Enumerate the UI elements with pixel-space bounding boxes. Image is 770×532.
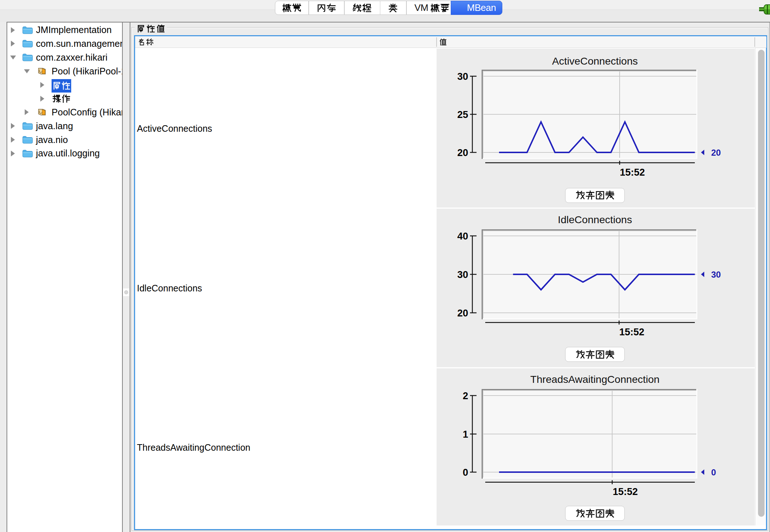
svg-text:15:52: 15:52	[620, 167, 645, 178]
svg-text:0: 0	[463, 467, 468, 478]
svg-text:IdleConnections: IdleConnections	[558, 214, 632, 225]
svg-text:30: 30	[711, 270, 721, 279]
svg-text:0: 0	[711, 467, 716, 477]
svg-text:25: 25	[457, 109, 468, 120]
svg-text:ActiveConnections: ActiveConnections	[552, 55, 638, 67]
svg-text:15:52: 15:52	[619, 327, 644, 337]
svg-text:30: 30	[457, 71, 468, 82]
svg-text:15:52: 15:52	[613, 486, 638, 497]
svg-text:30: 30	[457, 269, 468, 280]
svg-text:20: 20	[457, 147, 468, 158]
svg-text:40: 40	[457, 231, 468, 242]
svg-text:ThreadsAwaitingConnection: ThreadsAwaitingConnection	[530, 373, 660, 385]
svg-text:20: 20	[711, 148, 721, 157]
svg-text:20: 20	[457, 308, 468, 319]
svg-text:1: 1	[463, 429, 468, 440]
svg-text:2: 2	[463, 390, 468, 401]
